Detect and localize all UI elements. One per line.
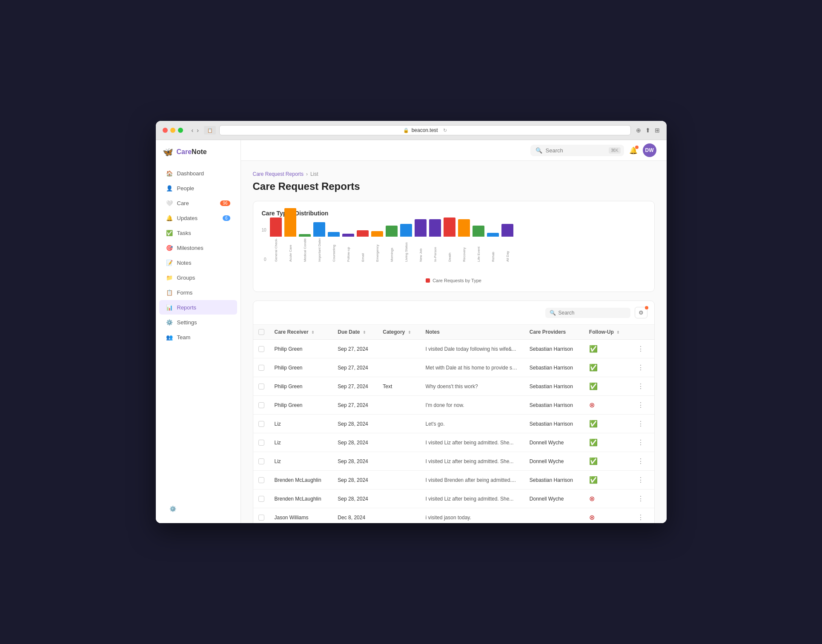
sidebar-item-forms[interactable]: 📋 Forms: [159, 285, 237, 300]
legend-dot: [426, 278, 430, 283]
reports-icon: 📊: [166, 304, 173, 311]
sidebar-label-reports: Reports: [177, 304, 197, 311]
bar-emergency: Emergency: [371, 231, 383, 262]
row-checkbox[interactable]: [258, 384, 264, 389]
sidebar-item-reports[interactable]: 📊 Reports: [159, 300, 237, 315]
cell-provider: Sebastian Harrison: [524, 471, 584, 489]
col-followup: Follow-Up ⇕: [584, 325, 630, 340]
bar-death: Death: [444, 218, 455, 262]
col-category: Category ⇕: [378, 325, 420, 340]
row-checkbox[interactable]: [258, 365, 264, 371]
address-bar[interactable]: 🔒 beacon.test ↻: [219, 125, 631, 135]
bar-label: Life Event: [473, 238, 484, 262]
cell-followup: ✅: [584, 358, 630, 377]
cell-date: Dec 8, 2024: [332, 508, 378, 524]
sidebar-item-groups[interactable]: 📁 Groups: [159, 270, 237, 285]
cell-followup: ✅: [584, 471, 630, 489]
row-checkbox[interactable]: [258, 421, 264, 427]
sidebar-item-notes[interactable]: 📝 Notes: [159, 255, 237, 270]
breadcrumb-root[interactable]: Care Request Reports: [253, 171, 304, 177]
row-more-button[interactable]: ⋮: [635, 512, 647, 522]
row-more-button[interactable]: ⋮: [635, 494, 647, 504]
bar-label: All Day: [502, 238, 513, 262]
bar-label: Medical Condition: [300, 238, 310, 262]
bar-rect: [371, 231, 383, 237]
row-checkbox[interactable]: [258, 515, 264, 521]
search-shortcut: ⌘K: [609, 147, 621, 154]
bar-mornings: Mornings: [386, 226, 398, 262]
sidebar-item-care[interactable]: 🤍 Care 96: [159, 196, 237, 210]
filter-button[interactable]: ⚙: [635, 307, 647, 318]
sidebar-item-milestones[interactable]: 🎯 Milestones: [159, 240, 237, 255]
bar-living-status: Living Status: [400, 224, 412, 262]
sidebar-item-people[interactable]: 👤 People: [159, 181, 237, 195]
sidebar-item-tasks[interactable]: ✅ Tasks: [159, 226, 237, 240]
global-search[interactable]: 🔍 ⌘K: [530, 145, 624, 156]
table-toolbar: 🔍 ⚙: [253, 301, 654, 325]
sidebar-item-dashboard[interactable]: 🏠 Dashboard: [159, 166, 237, 180]
sidebar-item-updates[interactable]: 🔔 Updates 6: [159, 211, 237, 225]
row-checkbox[interactable]: [258, 458, 264, 464]
sidebar-item-team[interactable]: 👥 Team: [159, 330, 237, 344]
avatar[interactable]: DW: [643, 143, 656, 157]
row-more-button[interactable]: ⋮: [635, 381, 647, 391]
forward-button[interactable]: ›: [197, 127, 199, 134]
bar-rect: [299, 234, 311, 237]
row-more-button[interactable]: ⋮: [635, 438, 647, 447]
page-title: Care Request Reports: [253, 180, 655, 192]
table-row: Philip Green Sep 27, 2024 Text Why doens…: [253, 377, 654, 396]
cell-followup: ✅: [584, 433, 630, 452]
chart-y-axis: 10 0: [262, 228, 266, 262]
row-checkbox[interactable]: [258, 402, 264, 408]
sidebar-label-milestones: Milestones: [177, 245, 203, 251]
page-content: Care Request Reports › List Care Request…: [241, 161, 667, 523]
row-checkbox[interactable]: [258, 440, 264, 446]
row-checkbox-cell: [253, 508, 269, 524]
chart-area: 10 0 General Check-In Acute Care Medical…: [262, 223, 646, 275]
traffic-light-yellow[interactable]: [170, 128, 175, 133]
dashboard-icon: 🏠: [166, 170, 173, 177]
sort-icon-date[interactable]: ⇕: [363, 330, 366, 335]
traffic-light-green[interactable]: [178, 128, 183, 133]
sidebar-label-tasks: Tasks: [177, 230, 191, 236]
bar-label: Mornings: [387, 238, 397, 262]
url-text: beacon.test: [412, 127, 438, 133]
sort-icon-followup[interactable]: ⇕: [616, 330, 620, 335]
row-more-button[interactable]: ⋮: [635, 400, 647, 410]
breadcrumb: Care Request Reports › List: [253, 171, 655, 177]
sidebar-item-settings[interactable]: ⚙️ Settings: [159, 315, 237, 329]
bar-label: Death: [444, 238, 455, 262]
cell-receiver: Philip Green: [269, 396, 333, 415]
sort-icon-receiver[interactable]: ⇕: [311, 330, 315, 335]
row-more-button[interactable]: ⋮: [635, 363, 647, 372]
search-input[interactable]: [546, 147, 605, 154]
cell-provider: Donnell Wyche: [524, 452, 584, 471]
cell-followup: ⊗: [584, 508, 630, 524]
cell-date: Sep 28, 2024: [332, 471, 378, 489]
cell-actions: ⋮: [630, 508, 654, 524]
cell-date: Sep 28, 2024: [332, 452, 378, 471]
row-more-button[interactable]: ⋮: [635, 475, 647, 485]
tab-icon2: ⊞: [655, 127, 660, 134]
row-checkbox-cell: [253, 415, 269, 433]
row-checkbox[interactable]: [258, 477, 264, 483]
row-more-button[interactable]: ⋮: [635, 419, 647, 429]
row-checkbox[interactable]: [258, 346, 264, 352]
traffic-light-red[interactable]: [163, 128, 168, 133]
row-checkbox[interactable]: [258, 496, 264, 502]
sidebar-item-bottom[interactable]: ⚙️: [163, 501, 234, 516]
table-search[interactable]: 🔍: [545, 308, 630, 318]
row-more-button[interactable]: ⋮: [635, 344, 647, 354]
back-button[interactable]: ‹: [192, 127, 194, 134]
cell-provider: Sebastian Harrison: [524, 415, 584, 433]
row-more-button[interactable]: ⋮: [635, 456, 647, 466]
col-notes: Notes: [421, 325, 524, 340]
table-search-input[interactable]: [559, 310, 622, 316]
cell-receiver: Liz: [269, 452, 333, 471]
table-row: Philip Green Sep 27, 2024 I visited Dale…: [253, 340, 654, 358]
notifications-bell[interactable]: 🔔: [629, 146, 638, 155]
sort-icon-category[interactable]: ⇕: [408, 330, 411, 335]
select-all-checkbox[interactable]: [258, 329, 264, 335]
logo-icon: 🦋: [163, 147, 173, 157]
sidebar-label-people: People: [177, 185, 194, 192]
